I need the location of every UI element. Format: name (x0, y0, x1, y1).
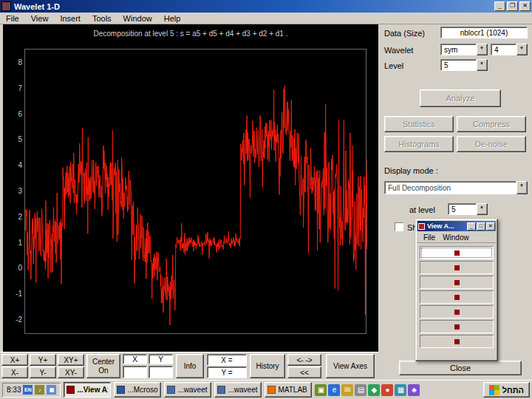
analyze-button[interactable]: Analyze (420, 89, 501, 107)
menu-file[interactable]: File (0, 13, 25, 24)
wavelet-number-dropdown[interactable]: 4 (491, 44, 528, 55)
taskbar-button[interactable]: ...Mcrosof (114, 382, 161, 398)
y-tick-label: 3 (4, 187, 22, 196)
axis-toggle-icon[interactable] (454, 250, 460, 256)
info-button[interactable]: Info (176, 354, 204, 378)
compress-button[interactable]: Compress (457, 116, 526, 132)
popup-menu-bar: FileWindow (417, 233, 496, 243)
center-y-header: Y (149, 354, 173, 364)
zoom-xy-minus-button[interactable]: XY- (58, 366, 84, 378)
zoom-xy-plus-button[interactable]: XY+ (58, 354, 84, 366)
language-indicator-icon[interactable]: EN (23, 385, 33, 395)
minimize-icon[interactable]: _ (494, 1, 505, 11)
chevron-down-icon[interactable] (516, 181, 528, 194)
at-level-value: 5 (448, 203, 477, 215)
center-y-field[interactable] (149, 366, 173, 378)
display-icon[interactable]: ▣ (47, 385, 56, 395)
view-axes-row[interactable] (420, 335, 494, 348)
axis-toggle-icon[interactable] (454, 265, 460, 270)
volume-icon[interactable]: ♪ (35, 385, 44, 395)
zoom-x-minus-button[interactable]: X- (1, 366, 28, 378)
axis-toggle-icon[interactable] (454, 339, 460, 344)
menu-view[interactable]: View (25, 13, 55, 24)
menu-window[interactable]: Window (439, 233, 473, 242)
axis-toggle-icon[interactable] (454, 295, 460, 300)
popup-maximize-icon[interactable]: □ (477, 222, 485, 231)
view-axes-row[interactable] (420, 305, 494, 318)
quicklaunch-icon-8[interactable]: ♣ (408, 384, 420, 396)
quicklaunch-icon-6[interactable]: ● (381, 384, 393, 396)
wavelet-label: Wavelet (384, 46, 413, 55)
menu-insert[interactable]: Insert (54, 13, 86, 24)
taskbar-button[interactable]: ...View Ax... (64, 382, 111, 398)
chevron-down-icon[interactable] (477, 59, 488, 71)
wavelet-family-value: sym (440, 44, 477, 55)
view-axes-window[interactable]: View A... _ □ ✕ FileWindow (415, 219, 498, 361)
zoom-y-minus-button[interactable]: Y- (30, 366, 56, 378)
zoom-toolbar: X+ Y+ XY+ X- Y- XY- Center On X Y Info X… (0, 352, 378, 380)
quicklaunch-icon-4[interactable]: ▤ (355, 384, 366, 396)
chevron-down-icon[interactable] (516, 44, 528, 55)
start-button[interactable]: התחל (483, 382, 530, 398)
display-mode-dropdown[interactable]: Full Decomposition (384, 181, 528, 194)
zoom-y-plus-button[interactable]: Y+ (30, 354, 56, 366)
window-title: Wavelet 1-D (14, 2, 493, 11)
plot-area[interactable] (24, 49, 366, 334)
display-mode-label: Display mode : (384, 166, 438, 175)
taskbar-button[interactable]: ...waveet (214, 382, 262, 398)
close-button[interactable]: Close (399, 361, 522, 375)
menu-tools[interactable]: Tools (86, 13, 117, 24)
clock: 8:33 (7, 386, 21, 394)
histograms-button[interactable]: Histograms (384, 136, 454, 152)
zoom-x-plus-button[interactable]: X+ (1, 354, 28, 366)
taskbar-button[interactable]: MATLAB (265, 382, 312, 398)
chevron-down-icon[interactable] (477, 203, 488, 215)
quicklaunch-icon-1[interactable]: ▣ (315, 384, 327, 396)
popup-title: View A... (427, 222, 466, 230)
app-icon (1, 1, 11, 11)
at-level-label: at level (409, 205, 435, 214)
view-axes-row[interactable] (420, 246, 494, 259)
center-x-field[interactable] (123, 366, 147, 378)
wavelet-family-dropdown[interactable]: sym (440, 44, 488, 55)
show-checkbox[interactable] (395, 222, 403, 231)
view-axes-row[interactable] (420, 320, 494, 333)
history-back-button[interactable]: << (287, 366, 321, 378)
quicklaunch-icon-2[interactable]: e (328, 384, 340, 396)
figure-title: Decomposition at level 5 : s = a5 + d5 +… (10, 30, 371, 38)
menu-file[interactable]: File (420, 233, 439, 242)
history-button[interactable]: History (250, 354, 285, 378)
statistics-button[interactable]: Statistics (384, 116, 454, 132)
history-forward-button[interactable]: <- -> (287, 354, 321, 366)
view-axes-row[interactable] (420, 276, 494, 289)
taskbar-button-label: ...View Ax... (77, 386, 108, 394)
view-axes-row[interactable] (420, 261, 494, 274)
popup-minimize-icon[interactable]: _ (467, 222, 476, 231)
at-level-dropdown[interactable]: 5 (448, 203, 488, 215)
axis-toggle-icon[interactable] (454, 310, 460, 315)
restore-icon[interactable]: ❐ (507, 1, 518, 11)
menu-help[interactable]: Help (158, 13, 187, 24)
view-axes-row[interactable] (420, 290, 494, 304)
tray-icons: EN♪▣ (23, 385, 56, 395)
axis-toggle-icon[interactable] (454, 324, 460, 330)
quicklaunch-icon-7[interactable]: ▦ (395, 384, 406, 396)
popup-close-icon[interactable]: ✕ (486, 222, 495, 231)
center-x-header: X (123, 354, 147, 364)
taskbar-button[interactable]: ...waveet (164, 382, 211, 398)
y-tick-label: 0 (4, 264, 22, 273)
popup-title-bar[interactable]: View A... _ □ ✕ (417, 221, 496, 231)
menu-window[interactable]: Window (117, 13, 158, 24)
close-icon[interactable]: ✕ (519, 1, 531, 11)
chevron-down-icon[interactable] (477, 44, 488, 55)
view-axes-button[interactable]: View Axes (326, 354, 375, 378)
title-bar[interactable]: Wavelet 1-D _ ❐ ✕ (0, 0, 532, 13)
axis-toggle-icon[interactable] (454, 280, 460, 285)
center-on-button[interactable]: Center On (86, 354, 120, 378)
figure-canvas: Decomposition at level 5 : s = a5 + d5 +… (3, 24, 378, 352)
y-tick-label: 2 (4, 213, 22, 222)
level-dropdown[interactable]: 5 (440, 59, 488, 71)
quicklaunch-icon-3[interactable]: ✉ (341, 384, 353, 396)
quicklaunch-icon-5[interactable]: ◆ (368, 384, 380, 396)
denoise-button[interactable]: De-noise (457, 136, 526, 152)
